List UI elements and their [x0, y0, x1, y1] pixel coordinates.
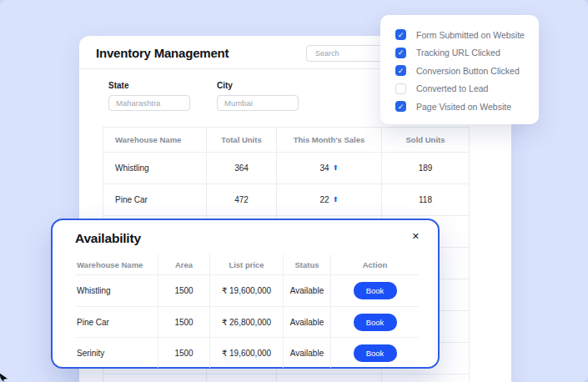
state-filter: State	[108, 81, 190, 111]
area-cell: 1500	[158, 338, 210, 368]
modal-title: Availability	[75, 231, 141, 246]
trend-up-icon: ⬆	[333, 164, 339, 172]
screen: Inventory Management State City Warehous…	[0, 0, 588, 382]
column-header: Total Units	[207, 128, 277, 152]
availability-table-header: Warehouse Name Area List price Status Ac…	[75, 254, 419, 275]
checklist-item[interactable]: ✓ Page Visited on Website	[395, 98, 539, 116]
list-price-cell: ₹ 19,600,000	[210, 338, 284, 368]
inventory-table-header: Warehouse Name Total Units This Month's …	[103, 128, 469, 153]
table-row: Whistling 364 34 ⬆ 189	[103, 153, 469, 184]
warehouse-name-cell: Serinity	[75, 338, 158, 368]
filters: State City	[108, 81, 299, 111]
month-sales-cell: 22 ⬆	[277, 184, 382, 215]
total-units-cell: 364	[207, 153, 277, 183]
list-price-cell: ₹ 19,600,000	[210, 275, 284, 306]
table-row: Whistling 1500 ₹ 19,600,000 Available Bo…	[75, 275, 419, 306]
checklist-item-label: Converted to Lead	[416, 83, 488, 93]
checklist-checkbox[interactable]: ✓	[395, 48, 406, 58]
checklist-checkbox[interactable]	[395, 83, 406, 94]
action-cell: Book	[331, 338, 419, 368]
sold-units-cell: 189	[382, 153, 469, 183]
book-button[interactable]: Book	[354, 344, 397, 362]
availability-modal: Availability ✕ Warehouse Name Area List …	[51, 219, 440, 369]
warehouse-name-cell: Pine Car	[75, 307, 158, 337]
table-row: Pine Car 1500 ₹ 26,800,000 Available Boo…	[75, 306, 419, 337]
table-row: Serinity 1500 ₹ 19,600,000 Available Boo…	[75, 337, 419, 368]
column-header: Warehouse Name	[103, 128, 207, 152]
checklist-item[interactable]: ✓ Tracking URL Clicked	[395, 44, 539, 63]
city-input[interactable]	[217, 95, 299, 111]
column-header: Action	[331, 254, 419, 274]
close-icon[interactable]: ✕	[410, 230, 421, 243]
area-cell: 1500	[158, 275, 210, 306]
table-row-empty	[103, 374, 469, 382]
warehouse-name-cell: Whistling	[75, 275, 158, 306]
book-button[interactable]: Book	[354, 314, 397, 331]
checklist-item[interactable]: ✓ Conversion Button Clicked	[395, 62, 539, 80]
month-sales-cell: 34 ⬆	[277, 153, 382, 183]
checklist-item[interactable]: Converted to Lead	[395, 80, 539, 98]
checklist-item-label: Conversion Button Clicked	[416, 66, 520, 76]
status-cell: Available	[284, 338, 331, 368]
table-row: Pine Car 472 22 ⬆ 118	[103, 184, 469, 216]
status-cell: Available	[284, 307, 331, 337]
state-label: State	[108, 81, 190, 90]
checklist-checkbox[interactable]: ✓	[395, 29, 406, 40]
month-sales-value: 34	[319, 163, 329, 173]
total-units-cell: 472	[207, 184, 277, 215]
column-header: List price	[210, 254, 284, 274]
column-header: Area	[158, 254, 210, 274]
state-input[interactable]	[108, 95, 190, 111]
column-header: Status	[284, 254, 331, 274]
checklist-item-label: Form Submitted on Website	[416, 30, 525, 40]
checklist-item-label: Page Visited on Website	[416, 102, 511, 112]
page-title: Inventory Management	[96, 36, 229, 69]
list-price-cell: ₹ 26,800,000	[210, 307, 284, 337]
checklist-checkbox[interactable]: ✓	[395, 101, 406, 112]
checklist-checkbox[interactable]: ✓	[395, 65, 406, 76]
warehouse-name-cell: Pine Car	[103, 184, 207, 215]
city-filter: City	[217, 81, 299, 111]
column-header: This Month's Sales	[277, 128, 382, 152]
city-label: City	[217, 81, 299, 90]
month-sales-value: 22	[319, 195, 329, 204]
checklist-item-label: Tracking URL Clicked	[416, 48, 500, 58]
warehouse-name-cell: Whistling	[103, 153, 207, 183]
area-cell: 1500	[158, 307, 210, 337]
action-cell: Book	[331, 307, 419, 337]
column-header: Sold Units	[382, 128, 469, 152]
status-cell: Available	[284, 275, 331, 306]
trend-up-icon: ⬆	[333, 196, 339, 204]
sold-units-cell: 118	[382, 184, 469, 215]
action-cell: Book	[331, 275, 419, 306]
column-header: Warehouse Name	[75, 254, 158, 274]
mouse-cursor-icon	[0, 372, 9, 382]
checklist-item[interactable]: ✓ Form Submitted on Website	[395, 26, 539, 44]
book-button[interactable]: Book	[354, 282, 397, 299]
availability-table: Warehouse Name Area List price Status Ac…	[75, 254, 419, 368]
tracking-options-popover: ✓ Form Submitted on Website ✓ Tracking U…	[380, 15, 539, 124]
